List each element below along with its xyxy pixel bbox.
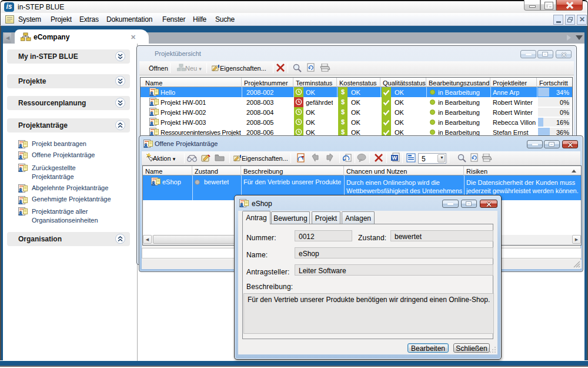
svg-text:W: W — [392, 155, 397, 161]
